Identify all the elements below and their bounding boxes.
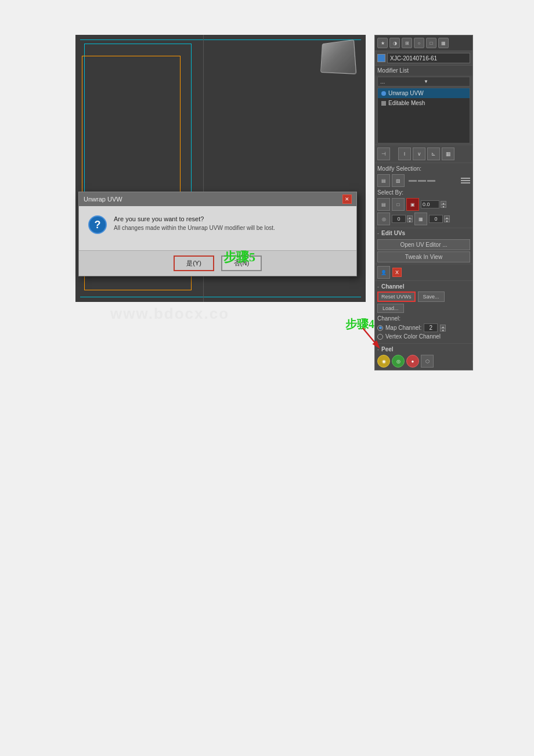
- line-2: [461, 180, 470, 181]
- channel-title: Channel: [381, 283, 404, 290]
- color-swatch[interactable]: [377, 54, 385, 62]
- object-name-row: [375, 51, 472, 66]
- sub-btn-1[interactable]: ⊣: [377, 147, 390, 160]
- value-row3: ▲ ▼: [429, 215, 450, 223]
- spinner-1[interactable]: ▲ ▼: [441, 201, 446, 208]
- peel-icon-4[interactable]: ⬡: [421, 355, 434, 368]
- circle-icon[interactable]: ○: [414, 38, 424, 48]
- modifier-editable-mesh[interactable]: Editable Mesh: [378, 98, 470, 108]
- dialog-overlay: Unwrap UVW ✕ ? Are you sure you want to …: [78, 192, 357, 276]
- watermark: www.bdocx.co: [110, 305, 229, 323]
- arrow-annotation-svg: [357, 325, 386, 351]
- spinner-3[interactable]: ▲ ▼: [444, 215, 450, 222]
- peel-icon-1[interactable]: ◉: [377, 355, 390, 368]
- dash-2: [418, 180, 426, 182]
- viewport-cyan-bottom: [80, 297, 361, 297]
- select-by-row: ▤ □ ▣ ▲ ▼: [377, 198, 470, 211]
- dialog-titlebar: Unwrap UVW ✕: [79, 192, 356, 206]
- star-icon[interactable]: ★: [377, 38, 388, 48]
- channel-section: - Channel Reset UVWs Save... Load... Cha…: [375, 280, 472, 343]
- tweak-in-view-btn[interactable]: Tweak In View: [377, 251, 470, 262]
- modify-selection-label: Modify Selection:: [377, 165, 470, 172]
- value-input-2[interactable]: [392, 215, 406, 223]
- panel-top-toolbar: ★ ◑ ⊞ ○ □ ▦: [375, 35, 472, 51]
- sel-icon-red[interactable]: ▣: [406, 198, 419, 211]
- right-panel: ★ ◑ ⊞ ○ □ ▦ Modifier List ... ▼ Unwrap U…: [374, 35, 473, 370]
- question-icon: ?: [88, 215, 107, 234]
- modifier-dropdown[interactable]: ... ▼: [377, 77, 470, 87]
- object-name-input[interactable]: [387, 53, 470, 63]
- step5-label: 步骤5: [223, 249, 255, 266]
- value-input-3[interactable]: [429, 215, 443, 223]
- x-icon[interactable]: X: [392, 268, 402, 277]
- channel-btn-row: Reset UVWs Save...: [377, 291, 470, 302]
- dialog-box: Unwrap UVW ✕ ? Are you sure you want to …: [78, 192, 357, 276]
- save-btn[interactable]: Save...: [418, 291, 445, 302]
- dialog-main-question: Are you sure you want to reset?: [114, 215, 347, 222]
- spinner-2[interactable]: ▲ ▼: [407, 215, 413, 222]
- value-row2: ▲ ▼: [392, 215, 413, 223]
- grid-icon[interactable]: ⊞: [402, 38, 412, 48]
- modifier-uww-label: Unwrap UVW: [388, 90, 424, 96]
- sub-btn-scale[interactable]: ⊾: [427, 147, 440, 160]
- mod-icon-2[interactable]: ▧: [392, 174, 405, 187]
- modify-sel-section: Modify Selection: ▤ ▧ Select By: ▤: [375, 163, 472, 228]
- modifier-dot-icon: [381, 91, 386, 96]
- square-icon[interactable]: □: [426, 38, 436, 48]
- modifier-stack-empty: [378, 108, 470, 143]
- svg-line-1: [363, 328, 377, 345]
- peel-icon-3[interactable]: ●: [406, 355, 419, 368]
- channel-sub-label: Channel:: [377, 315, 470, 322]
- dialog-yes-btn[interactable]: 是(Y): [174, 255, 214, 271]
- open-uv-editor-btn[interactable]: Open UV Editor ...: [377, 239, 470, 250]
- channel-header-row: - Channel: [377, 283, 470, 290]
- edit-uvs-label: Edit UVs: [381, 230, 405, 236]
- value-row: ▲ ▼: [421, 198, 446, 211]
- dialog-text: Are you sure you want to reset? All chan…: [114, 215, 347, 231]
- vertex-color-label: Vertex Color Channel: [385, 333, 441, 340]
- modify-icons-row1: ▤ ▧: [377, 174, 470, 187]
- modifier-dropdown-label: ...: [380, 78, 424, 85]
- sub-btn-panel[interactable]: ▦: [442, 147, 454, 160]
- main-container: ★ ◑ ⊞ ○ □ ▦ Modifier List ... ▼ Unwrap U…: [0, 0, 534, 756]
- edit-uvs-separator-row: - Edit UVs: [375, 228, 472, 238]
- sel-icon-4[interactable]: ▦: [414, 213, 427, 225]
- panel-icon[interactable]: ▦: [438, 38, 449, 48]
- 3d-object-area: [313, 38, 360, 78]
- dialog-title: Unwrap UVW: [84, 196, 122, 203]
- sub-btn-move[interactable]: I: [398, 147, 411, 160]
- channel-spinner[interactable]: ▲ ▼: [440, 325, 446, 332]
- map-channel-input[interactable]: [424, 323, 438, 332]
- dropdown-arrow-icon: ▼: [424, 79, 467, 84]
- mod-icon-1[interactable]: ▤: [377, 174, 390, 187]
- value-input-1[interactable]: [421, 200, 439, 208]
- peel-icons-row: ◉ ◎ ● ⬡: [377, 355, 470, 368]
- channel-icon-1[interactable]: 👤: [377, 266, 390, 279]
- modifier-stack: Unwrap UVW Editable Mesh: [377, 88, 470, 143]
- dialog-close-btn[interactable]: ✕: [342, 195, 352, 204]
- modifier-emesh-label: Editable Mesh: [388, 100, 425, 106]
- camera-icon[interactable]: ◑: [389, 38, 400, 48]
- lines-icon: [461, 174, 470, 187]
- line-3: [461, 182, 470, 183]
- load-btn[interactable]: Load...: [377, 304, 404, 313]
- map-channel-row: Map Channel: ▲ ▼: [377, 323, 470, 332]
- line-1: [461, 178, 470, 179]
- dialog-sub-text: All changes made within the Unwrap UVW m…: [114, 225, 347, 231]
- reset-uvws-btn[interactable]: Reset UVWs: [377, 291, 416, 302]
- modifier-square-icon: [381, 101, 386, 106]
- step4-row: 👤 X: [375, 264, 472, 280]
- edit-uvs-minus: -: [377, 231, 379, 236]
- sel-icon-2[interactable]: □: [392, 198, 405, 211]
- dialog-message-row: ? Are you sure you want to reset? All ch…: [88, 215, 347, 234]
- map-channel-label: Map Channel:: [385, 325, 421, 331]
- dash-1: [409, 180, 417, 182]
- panel-sub-toolbar: ⊣ I ∨ ⊾ ▦: [375, 145, 472, 163]
- peel-icon-2[interactable]: ◎: [392, 355, 405, 368]
- modifier-unwrap-uvw[interactable]: Unwrap UVW: [378, 88, 470, 98]
- sel-icon-3[interactable]: ◎: [377, 213, 390, 225]
- sel-icon-1[interactable]: ▤: [377, 198, 390, 211]
- channel-minus: -: [377, 284, 379, 290]
- sub-btn-rotate[interactable]: ∨: [413, 147, 425, 160]
- select-by-label: Select By:: [377, 189, 470, 196]
